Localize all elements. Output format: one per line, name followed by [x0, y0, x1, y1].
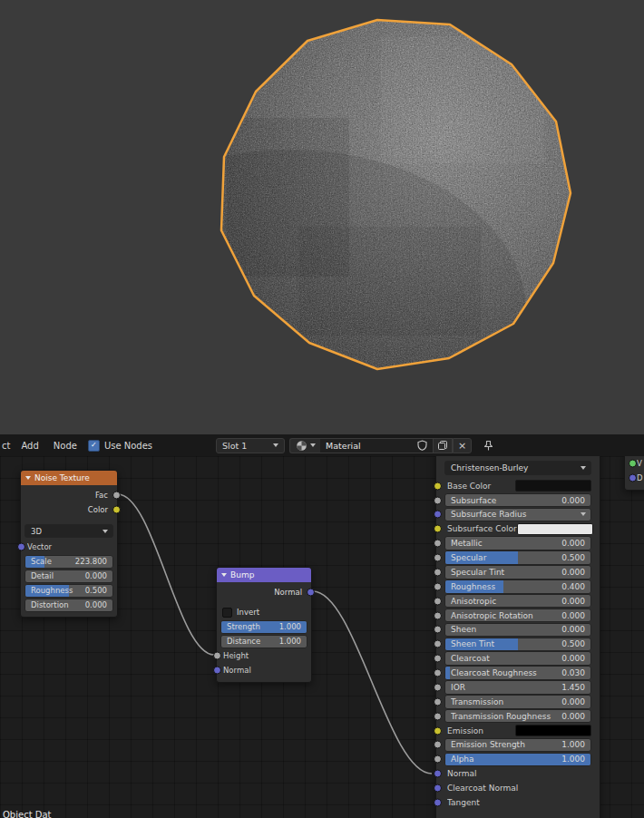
input-socket[interactable]	[434, 554, 442, 562]
partial-output-node[interactable]: V V V D D D	[624, 456, 644, 491]
input-socket[interactable]	[434, 755, 442, 764]
input-socket[interactable]	[629, 474, 637, 482]
input-socket[interactable]	[434, 741, 442, 749]
node-row[interactable]: Subsurface Radius Subsurface Radius Subs…	[444, 509, 591, 521]
input-socket[interactable]	[629, 460, 637, 468]
node-row[interactable]: Emission Emission Emission	[444, 725, 591, 737]
node-header[interactable]: Bump	[217, 568, 311, 582]
value-slider[interactable]: Roughness 0.400	[444, 579, 591, 594]
node-row[interactable]: Detail 0.000 Detail Detail	[24, 570, 113, 582]
input-socket[interactable]	[434, 683, 442, 691]
input-socket[interactable]	[434, 798, 442, 806]
input-socket[interactable]	[434, 482, 442, 490]
value-slider[interactable]: Transmission Roughness 0.000	[444, 709, 591, 724]
node-row[interactable]: Clearcoat Normal Clearcoat Normal Clearc…	[444, 782, 591, 794]
input-socket[interactable]	[434, 540, 442, 548]
node-row[interactable]: V V V	[634, 458, 644, 469]
value-slider[interactable]: Detail 0.000	[24, 570, 113, 583]
value-slider[interactable]: Sheen Tint 0.500	[444, 638, 591, 652]
value-slider[interactable]: Strength 1.000	[220, 620, 307, 634]
value-slider[interactable]: IOR 1.450	[444, 680, 591, 695]
node-row[interactable]: Vector Vector Vector	[24, 541, 113, 553]
value-slider[interactable]: Anisotropic 0.000	[444, 594, 591, 609]
value-slider[interactable]: Specular Tint 0.000	[444, 565, 591, 579]
collapse-triangle-icon[interactable]	[25, 476, 31, 480]
input-socket[interactable]	[434, 697, 442, 706]
node-row[interactable]: Scale 223.800 Scale Scale	[24, 556, 113, 568]
node-row[interactable]: Emission Strength 1.000 Emission Strengt…	[444, 739, 591, 752]
node-row[interactable]: Strength 1.000 Strength Strength	[220, 621, 307, 633]
node-row[interactable]: Tangent Tangent Tangent	[444, 796, 591, 809]
color-swatch[interactable]	[515, 725, 591, 736]
pin-button[interactable]	[483, 440, 494, 452]
value-slider[interactable]: Clearcoat Roughness 0.030	[444, 666, 591, 680]
input-socket[interactable]	[434, 582, 442, 590]
dropdown[interactable]: Christensen-Burley	[444, 461, 591, 475]
value-slider[interactable]: Specular 0.500	[444, 550, 591, 565]
bump-node[interactable]: Bump Normal Invert Strength 1.000 Streng…	[216, 567, 312, 683]
menu-node[interactable]: Node	[46, 441, 84, 451]
value-slider[interactable]: Metallic 0.000	[444, 536, 591, 550]
input-socket[interactable]	[434, 496, 442, 504]
input-socket[interactable]	[434, 611, 442, 619]
node-row[interactable]: Roughness 0.500 Roughness Roughness	[24, 585, 113, 597]
input-socket[interactable]	[434, 597, 442, 605]
node-row[interactable]: Anisotropic Rotation 0.000 Anisotropic R…	[444, 609, 591, 622]
collapse-triangle-icon[interactable]	[221, 573, 227, 577]
node-header[interactable]: Noise Texture	[21, 471, 117, 485]
node-row[interactable]: IOR 1.450 IOR IOR	[444, 681, 591, 694]
color-swatch[interactable]	[515, 480, 591, 492]
node-row[interactable]: Transmission Roughness 0.000 Transmissio…	[444, 710, 591, 723]
node-row[interactable]: Sheen 0.000 Sheen Sheen	[444, 624, 591, 637]
noise-texture-node[interactable]: Noise Texture Fac Color 3D Vector Vector	[20, 470, 118, 618]
value-slider[interactable]: Scale 223.800	[24, 555, 113, 569]
node-row[interactable]: Clearcoat 0.000 Clearcoat Clearcoat	[444, 652, 591, 665]
value-slider[interactable]: Anisotropic Rotation 0.000	[444, 609, 591, 623]
input-socket[interactable]	[434, 640, 442, 648]
input-socket[interactable]	[434, 784, 442, 793]
node-row[interactable]: Specular Tint 0.000 Specular Tint Specul…	[444, 566, 591, 579]
value-slider[interactable]: Clearcoat 0.000	[444, 651, 591, 666]
output-socket[interactable]	[112, 492, 121, 500]
material-slot-dropdown[interactable]: Slot 1	[216, 438, 285, 453]
value-slider[interactable]: Distortion 0.000	[24, 599, 113, 612]
node-row[interactable]: Normal Normal Normal	[444, 767, 591, 780]
node-row[interactable]: Base Color Base Color Base Color	[444, 480, 591, 492]
node-row[interactable]: Distance 1.000 Distance Distance	[220, 636, 307, 648]
output-socket[interactable]	[112, 506, 121, 514]
node-row[interactable]: Christensen-Burley Christensen-Burley Ch…	[444, 462, 591, 474]
input-socket[interactable]	[434, 525, 442, 533]
node-row[interactable]: Alpha 1.000 Alpha Alpha	[444, 754, 591, 766]
input-socket[interactable]	[434, 626, 442, 634]
input-socket[interactable]	[434, 669, 442, 677]
value-slider[interactable]: Alpha 1.000	[444, 753, 591, 767]
invert-checkbox[interactable]	[222, 608, 232, 618]
node-row[interactable]: Subsurface Color Subsurface Color Subsur…	[444, 523, 591, 536]
3d-viewport[interactable]	[0, 0, 644, 434]
input-socket[interactable]	[213, 667, 221, 675]
value-slider[interactable]: Sheen 0.000	[444, 623, 591, 638]
invert-checkbox-row[interactable]: Invert	[222, 607, 306, 618]
node-row[interactable]: Specular 0.500 Specular Specular	[444, 551, 591, 564]
input-socket[interactable]	[434, 726, 442, 735]
noise-dimensions-dropdown[interactable]: 3D	[24, 524, 113, 538]
input-socket[interactable]	[434, 655, 442, 663]
output-socket[interactable]	[307, 589, 315, 597]
node-row[interactable]: Distortion 0.000 Distortion Distortion	[24, 599, 113, 611]
node-row[interactable]: Transmission 0.000 Transmission Transmis…	[444, 696, 591, 708]
node-row[interactable]: Height Height Height	[220, 650, 307, 662]
input-socket[interactable]	[17, 543, 25, 551]
value-slider[interactable]: Distance 1.000	[220, 635, 307, 648]
use-nodes-checkbox[interactable]: ✓	[88, 440, 100, 452]
node-row[interactable]: Anisotropic 0.000 Anisotropic Anisotropi…	[444, 595, 591, 608]
color-swatch[interactable]	[517, 523, 593, 535]
node-row[interactable]: Normal Normal Normal	[220, 665, 307, 677]
fake-user-shield-icon[interactable]	[417, 440, 427, 451]
material-name-field[interactable]: Material	[320, 438, 433, 453]
dropdown[interactable]: Subsurface Radius	[444, 508, 591, 522]
input-socket[interactable]	[434, 511, 442, 519]
use-nodes-toggle[interactable]: ✓ Use Nodes	[88, 440, 152, 452]
node-row[interactable]: Sheen Tint 0.500 Sheen Tint Sheen Tint	[444, 638, 591, 651]
input-socket[interactable]	[434, 568, 442, 576]
value-slider[interactable]: Transmission 0.000	[444, 695, 591, 709]
